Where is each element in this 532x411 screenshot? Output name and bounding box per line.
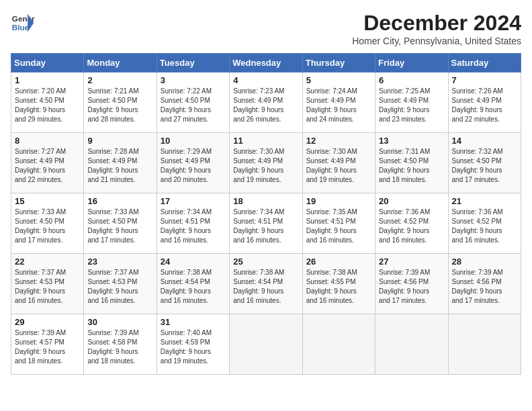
calendar-day-26: 26Sunrise: 7:38 AM Sunset: 4:55 PM Dayli… xyxy=(302,254,375,314)
calendar-day-2: 2Sunrise: 7:21 AM Sunset: 4:50 PM Daylig… xyxy=(84,73,157,133)
col-header-tuesday: Tuesday xyxy=(157,54,229,73)
col-header-friday: Friday xyxy=(375,54,448,73)
day-number: 18 xyxy=(233,196,298,206)
day-info: Sunrise: 7:39 AM Sunset: 4:56 PM Dayligh… xyxy=(452,268,517,306)
day-number: 14 xyxy=(452,136,517,146)
calendar-day-20: 20Sunrise: 7:36 AM Sunset: 4:52 PM Dayli… xyxy=(375,193,448,254)
col-header-thursday: Thursday xyxy=(302,54,375,73)
day-number: 20 xyxy=(379,196,444,206)
calendar-day-12: 12Sunrise: 7:30 AM Sunset: 4:49 PM Dayli… xyxy=(302,133,375,193)
empty-cell xyxy=(448,314,521,375)
calendar-week-3: 15Sunrise: 7:33 AM Sunset: 4:50 PM Dayli… xyxy=(11,193,521,254)
day-info: Sunrise: 7:21 AM Sunset: 4:50 PM Dayligh… xyxy=(87,87,152,124)
day-info: Sunrise: 7:28 AM Sunset: 4:49 PM Dayligh… xyxy=(87,147,152,185)
calendar-week-2: 8Sunrise: 7:27 AM Sunset: 4:49 PM Daylig… xyxy=(11,133,521,193)
day-number: 1 xyxy=(15,75,80,85)
calendar-day-1: 1Sunrise: 7:20 AM Sunset: 4:50 PM Daylig… xyxy=(11,73,84,133)
day-number: 23 xyxy=(87,257,152,267)
day-info: Sunrise: 7:40 AM Sunset: 4:59 PM Dayligh… xyxy=(161,328,226,366)
day-number: 7 xyxy=(452,75,517,85)
calendar-week-1: 1Sunrise: 7:20 AM Sunset: 4:50 PM Daylig… xyxy=(11,73,521,133)
day-number: 11 xyxy=(233,136,298,146)
day-number: 15 xyxy=(15,196,80,206)
calendar-day-9: 9Sunrise: 7:28 AM Sunset: 4:49 PM Daylig… xyxy=(84,133,157,193)
day-number: 21 xyxy=(452,196,517,206)
day-info: Sunrise: 7:30 AM Sunset: 4:49 PM Dayligh… xyxy=(306,147,371,185)
month-title: December 2024 xyxy=(352,11,521,36)
calendar-day-30: 30Sunrise: 7:39 AM Sunset: 4:58 PM Dayli… xyxy=(84,314,157,375)
day-number: 12 xyxy=(306,136,371,146)
calendar-day-28: 28Sunrise: 7:39 AM Sunset: 4:56 PM Dayli… xyxy=(448,254,521,314)
location-title: Homer City, Pennsylvania, United States xyxy=(352,36,521,46)
day-info: Sunrise: 7:25 AM Sunset: 4:49 PM Dayligh… xyxy=(379,87,444,124)
calendar-day-31: 31Sunrise: 7:40 AM Sunset: 4:59 PM Dayli… xyxy=(157,314,229,375)
logo: General Blue xyxy=(11,11,35,35)
day-number: 29 xyxy=(15,317,80,327)
calendar-day-14: 14Sunrise: 7:32 AM Sunset: 4:50 PM Dayli… xyxy=(448,133,521,193)
empty-cell xyxy=(230,314,302,375)
day-number: 26 xyxy=(306,257,371,267)
day-number: 10 xyxy=(161,136,226,146)
calendar-day-25: 25Sunrise: 7:38 AM Sunset: 4:54 PM Dayli… xyxy=(230,254,302,314)
day-info: Sunrise: 7:24 AM Sunset: 4:49 PM Dayligh… xyxy=(306,87,371,124)
calendar-week-4: 22Sunrise: 7:37 AM Sunset: 4:53 PM Dayli… xyxy=(11,254,521,314)
day-number: 8 xyxy=(15,136,80,146)
col-header-wednesday: Wednesday xyxy=(230,54,302,73)
day-info: Sunrise: 7:22 AM Sunset: 4:50 PM Dayligh… xyxy=(161,87,226,124)
calendar-table: SundayMondayTuesdayWednesdayThursdayFrid… xyxy=(11,53,521,375)
calendar-day-11: 11Sunrise: 7:30 AM Sunset: 4:49 PM Dayli… xyxy=(230,133,302,193)
day-info: Sunrise: 7:38 AM Sunset: 4:54 PM Dayligh… xyxy=(161,268,226,306)
day-number: 5 xyxy=(306,75,371,85)
day-info: Sunrise: 7:36 AM Sunset: 4:52 PM Dayligh… xyxy=(452,208,517,245)
day-info: Sunrise: 7:29 AM Sunset: 4:49 PM Dayligh… xyxy=(161,147,226,185)
day-number: 9 xyxy=(87,136,152,146)
day-number: 2 xyxy=(87,75,152,85)
day-info: Sunrise: 7:36 AM Sunset: 4:52 PM Dayligh… xyxy=(379,208,444,245)
calendar-day-23: 23Sunrise: 7:37 AM Sunset: 4:53 PM Dayli… xyxy=(84,254,157,314)
calendar-day-24: 24Sunrise: 7:38 AM Sunset: 4:54 PM Dayli… xyxy=(157,254,229,314)
day-number: 25 xyxy=(233,257,298,267)
day-number: 28 xyxy=(452,257,517,267)
logo-icon: General Blue xyxy=(11,11,35,35)
day-number: 27 xyxy=(379,257,444,267)
day-number: 24 xyxy=(161,257,226,267)
day-info: Sunrise: 7:33 AM Sunset: 4:50 PM Dayligh… xyxy=(87,208,152,245)
calendar-day-21: 21Sunrise: 7:36 AM Sunset: 4:52 PM Dayli… xyxy=(448,193,521,254)
day-info: Sunrise: 7:23 AM Sunset: 4:49 PM Dayligh… xyxy=(233,87,298,124)
day-number: 13 xyxy=(379,136,444,146)
day-number: 19 xyxy=(306,196,371,206)
calendar-day-10: 10Sunrise: 7:29 AM Sunset: 4:49 PM Dayli… xyxy=(157,133,229,193)
calendar-day-16: 16Sunrise: 7:33 AM Sunset: 4:50 PM Dayli… xyxy=(84,193,157,254)
day-number: 4 xyxy=(233,75,298,85)
calendar-day-29: 29Sunrise: 7:39 AM Sunset: 4:57 PM Dayli… xyxy=(11,314,84,375)
day-info: Sunrise: 7:38 AM Sunset: 4:54 PM Dayligh… xyxy=(233,268,298,306)
calendar-day-27: 27Sunrise: 7:39 AM Sunset: 4:56 PM Dayli… xyxy=(375,254,448,314)
col-header-monday: Monday xyxy=(84,54,157,73)
day-info: Sunrise: 7:32 AM Sunset: 4:50 PM Dayligh… xyxy=(452,147,517,185)
day-info: Sunrise: 7:34 AM Sunset: 4:51 PM Dayligh… xyxy=(233,208,298,245)
day-info: Sunrise: 7:20 AM Sunset: 4:50 PM Dayligh… xyxy=(15,87,80,124)
day-info: Sunrise: 7:39 AM Sunset: 4:56 PM Dayligh… xyxy=(379,268,444,306)
day-number: 3 xyxy=(161,75,226,85)
day-info: Sunrise: 7:33 AM Sunset: 4:50 PM Dayligh… xyxy=(15,208,80,245)
col-header-sunday: Sunday xyxy=(11,54,84,73)
calendar-day-5: 5Sunrise: 7:24 AM Sunset: 4:49 PM Daylig… xyxy=(302,73,375,133)
day-info: Sunrise: 7:39 AM Sunset: 4:57 PM Dayligh… xyxy=(15,328,80,366)
col-header-saturday: Saturday xyxy=(448,54,521,73)
day-number: 22 xyxy=(15,257,80,267)
svg-text:Blue: Blue xyxy=(12,23,30,32)
calendar-day-18: 18Sunrise: 7:34 AM Sunset: 4:51 PM Dayli… xyxy=(230,193,302,254)
day-info: Sunrise: 7:34 AM Sunset: 4:51 PM Dayligh… xyxy=(161,208,226,245)
day-info: Sunrise: 7:37 AM Sunset: 4:53 PM Dayligh… xyxy=(15,268,80,306)
day-number: 17 xyxy=(161,196,226,206)
day-number: 16 xyxy=(87,196,152,206)
day-info: Sunrise: 7:39 AM Sunset: 4:58 PM Dayligh… xyxy=(87,328,152,366)
calendar-day-19: 19Sunrise: 7:35 AM Sunset: 4:51 PM Dayli… xyxy=(302,193,375,254)
calendar-week-5: 29Sunrise: 7:39 AM Sunset: 4:57 PM Dayli… xyxy=(11,314,521,375)
calendar-day-17: 17Sunrise: 7:34 AM Sunset: 4:51 PM Dayli… xyxy=(157,193,229,254)
empty-cell xyxy=(302,314,375,375)
calendar-day-15: 15Sunrise: 7:33 AM Sunset: 4:50 PM Dayli… xyxy=(11,193,84,254)
header: General Blue December 2024 Homer City, P… xyxy=(11,11,521,46)
calendar-day-3: 3Sunrise: 7:22 AM Sunset: 4:50 PM Daylig… xyxy=(157,73,229,133)
day-info: Sunrise: 7:38 AM Sunset: 4:55 PM Dayligh… xyxy=(306,268,371,306)
